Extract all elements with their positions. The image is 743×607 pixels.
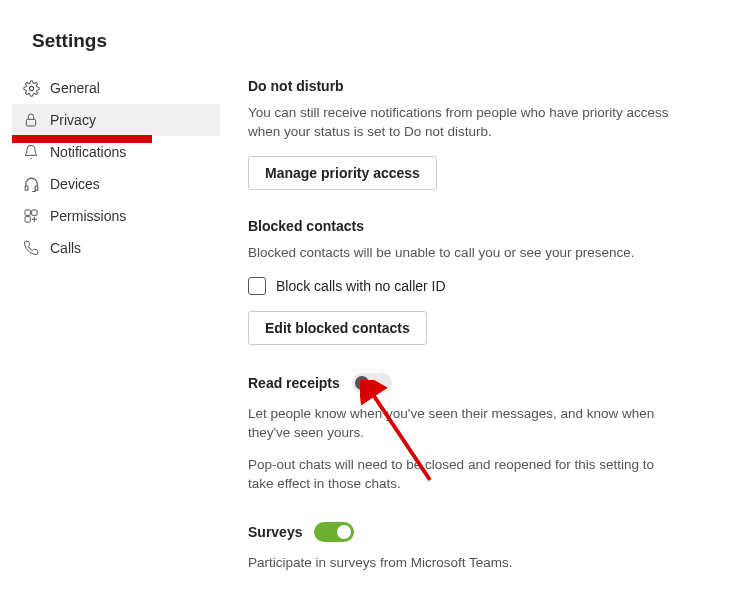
- sidebar-item-general[interactable]: General: [12, 72, 220, 104]
- sidebar-item-label: Devices: [50, 176, 100, 192]
- read-receipts-desc-2: Pop-out chats will need to be closed and…: [248, 456, 680, 494]
- privacy-panel: Do not disturb You can still receive not…: [220, 72, 720, 601]
- sidebar-item-label: Permissions: [50, 208, 126, 224]
- sidebar-item-calls[interactable]: Calls: [12, 232, 220, 264]
- svg-rect-1: [26, 119, 35, 126]
- annotation-underline: [12, 135, 152, 143]
- surveys-toggle[interactable]: [314, 522, 354, 542]
- svg-point-0: [29, 86, 33, 90]
- blocked-title: Blocked contacts: [248, 218, 680, 234]
- block-no-caller-id-label: Block calls with no caller ID: [276, 278, 446, 294]
- surveys-section: Surveys Participate in surveys from Micr…: [248, 522, 680, 573]
- sidebar-item-devices[interactable]: Devices: [12, 168, 220, 200]
- svg-rect-5: [32, 210, 37, 215]
- lock-icon: [22, 111, 40, 129]
- svg-rect-2: [25, 185, 28, 189]
- sidebar-item-permissions[interactable]: Permissions: [12, 200, 220, 232]
- bell-icon: [22, 143, 40, 161]
- apps-icon: [22, 207, 40, 225]
- block-no-caller-id-checkbox[interactable]: [248, 277, 266, 295]
- read-receipts-toggle[interactable]: [352, 373, 392, 393]
- gear-icon: [22, 79, 40, 97]
- headset-icon: [22, 175, 40, 193]
- surveys-title: Surveys: [248, 524, 302, 540]
- settings-sidebar: General Privacy Notifications Devices Pe: [0, 72, 220, 601]
- read-receipts-title: Read receipts: [248, 375, 340, 391]
- sidebar-item-label: General: [50, 80, 100, 96]
- phone-icon: [22, 239, 40, 257]
- blocked-section: Blocked contacts Blocked contacts will b…: [248, 218, 680, 345]
- sidebar-item-label: Privacy: [50, 112, 96, 128]
- svg-rect-6: [25, 217, 30, 222]
- edit-blocked-contacts-button[interactable]: Edit blocked contacts: [248, 311, 427, 345]
- surveys-desc: Participate in surveys from Microsoft Te…: [248, 554, 680, 573]
- dnd-title: Do not disturb: [248, 78, 680, 94]
- sidebar-item-label: Calls: [50, 240, 81, 256]
- sidebar-item-label: Notifications: [50, 144, 126, 160]
- blocked-desc: Blocked contacts will be unable to call …: [248, 244, 680, 263]
- manage-priority-access-button[interactable]: Manage priority access: [248, 156, 437, 190]
- dnd-desc: You can still receive notifications from…: [248, 104, 680, 142]
- sidebar-item-privacy[interactable]: Privacy: [12, 104, 220, 136]
- svg-rect-3: [35, 185, 38, 189]
- read-receipts-desc-1: Let people know when you've seen their m…: [248, 405, 680, 443]
- read-receipts-section: Read receipts Let people know when you'v…: [248, 373, 680, 495]
- page-title: Settings: [32, 30, 743, 52]
- svg-rect-4: [25, 210, 30, 215]
- dnd-section: Do not disturb You can still receive not…: [248, 78, 680, 190]
